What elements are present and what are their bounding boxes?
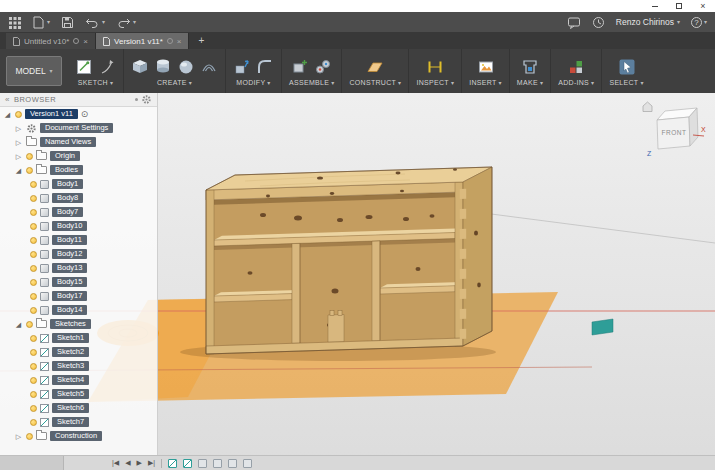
group-label[interactable]: ADD-INS bbox=[558, 79, 589, 86]
save-button[interactable] bbox=[61, 16, 74, 29]
node-origin[interactable]: ▷ Origin bbox=[0, 149, 157, 163]
timeline-go-start-button[interactable]: |◀ bbox=[112, 459, 119, 467]
workspace-selector[interactable]: MODEL ▾ bbox=[6, 56, 62, 86]
press-pull-icon[interactable] bbox=[233, 58, 251, 76]
print-3d-icon[interactable] bbox=[521, 58, 539, 76]
body-row[interactable]: Body15 bbox=[0, 275, 157, 289]
timeline-play-button[interactable]: ▶ bbox=[137, 459, 142, 467]
collapse-panel-icon[interactable]: « bbox=[5, 95, 10, 104]
sketch-label[interactable]: Sketch5 bbox=[52, 389, 89, 399]
expand-icon[interactable]: ◢ bbox=[14, 167, 23, 174]
group-label[interactable]: SELECT bbox=[609, 79, 638, 86]
close-button[interactable]: × bbox=[691, 0, 715, 12]
project-geometry-icon[interactable] bbox=[98, 58, 116, 76]
node-label[interactable]: Construction bbox=[50, 431, 102, 441]
node-label[interactable]: Origin bbox=[50, 151, 80, 161]
tab-close-icon[interactable]: × bbox=[83, 37, 88, 46]
visibility-bulb-icon[interactable] bbox=[30, 293, 37, 300]
timeline-go-end-button[interactable]: ▶| bbox=[148, 459, 155, 467]
sketch-row[interactable]: Sketch1 bbox=[0, 331, 157, 345]
visibility-bulb-icon[interactable] bbox=[30, 391, 37, 398]
node-named-views[interactable]: ▷ Named Views bbox=[0, 135, 157, 149]
group-label[interactable]: CONSTRUCT bbox=[349, 79, 396, 86]
sketch-label[interactable]: Sketch4 bbox=[52, 375, 89, 385]
visibility-bulb-icon[interactable] bbox=[30, 377, 37, 384]
tab-untitled[interactable]: Untitled v10* × bbox=[6, 33, 96, 49]
visibility-bulb-icon[interactable] bbox=[26, 433, 33, 440]
expand-icon[interactable]: ▷ bbox=[14, 125, 23, 132]
body-row[interactable]: Body17 bbox=[0, 289, 157, 303]
group-label[interactable]: CREATE bbox=[157, 79, 187, 86]
body-label[interactable]: Body1 bbox=[52, 179, 83, 189]
visibility-bulb-icon[interactable] bbox=[30, 265, 37, 272]
sketch-row[interactable]: Sketch7 bbox=[0, 415, 157, 429]
node-label[interactable]: Named Views bbox=[40, 137, 96, 147]
visibility-bulb-icon[interactable] bbox=[30, 349, 37, 356]
body-row[interactable]: Body10 bbox=[0, 219, 157, 233]
body-label[interactable]: Body11 bbox=[52, 235, 87, 245]
visibility-bulb-icon[interactable] bbox=[15, 111, 22, 118]
expand-icon[interactable]: ▷ bbox=[14, 433, 23, 440]
group-label[interactable]: SKETCH bbox=[78, 79, 108, 86]
visibility-bulb-icon[interactable] bbox=[30, 237, 37, 244]
visibility-bulb-icon[interactable] bbox=[30, 363, 37, 370]
home-icon[interactable] bbox=[643, 102, 652, 112]
create-sketch-icon[interactable] bbox=[75, 58, 93, 76]
body-row[interactable]: Body13 bbox=[0, 261, 157, 275]
node-label[interactable]: Bodies bbox=[50, 165, 83, 175]
body-row[interactable]: Body7 bbox=[0, 205, 157, 219]
body-label[interactable]: Body10 bbox=[52, 221, 87, 231]
node-sketches[interactable]: ◢ Sketches bbox=[0, 317, 157, 331]
sketch-label[interactable]: Sketch7 bbox=[52, 417, 89, 427]
viewcube[interactable]: FRONT X Z bbox=[637, 95, 711, 159]
construction-plane-icon[interactable] bbox=[366, 58, 384, 76]
sketch-label[interactable]: Sketch6 bbox=[52, 403, 89, 413]
file-menu-button[interactable]: ▾ bbox=[32, 16, 50, 29]
fillet-icon[interactable] bbox=[256, 58, 274, 76]
timeline-body-feature-icon[interactable] bbox=[228, 459, 237, 468]
body-row[interactable]: Body14 bbox=[0, 303, 157, 317]
coil-icon[interactable] bbox=[200, 58, 218, 76]
box-icon[interactable] bbox=[131, 58, 149, 76]
insert-canvas-icon[interactable] bbox=[477, 58, 495, 76]
body-label[interactable]: Body7 bbox=[52, 207, 83, 217]
timeline-sketch-feature-icon[interactable] bbox=[168, 459, 177, 468]
expand-icon[interactable]: ▷ bbox=[14, 153, 23, 160]
body-row[interactable]: Body11 bbox=[0, 233, 157, 247]
cabinet-model[interactable] bbox=[206, 167, 492, 354]
expand-icon[interactable]: ◢ bbox=[3, 111, 12, 118]
body-label[interactable]: Body14 bbox=[52, 305, 87, 315]
sketch-row[interactable]: Sketch5 bbox=[0, 387, 157, 401]
measure-icon[interactable] bbox=[426, 58, 444, 76]
group-label[interactable]: ASSEMBLE bbox=[289, 79, 329, 86]
node-bodies[interactable]: ◢ Bodies bbox=[0, 163, 157, 177]
expand-icon[interactable]: ▷ bbox=[14, 139, 23, 146]
sketch-row[interactable]: Sketch4 bbox=[0, 373, 157, 387]
ground-icon[interactable]: ⊙ bbox=[81, 110, 89, 119]
body-label[interactable]: Body12 bbox=[52, 249, 87, 259]
sketch-row[interactable]: Sketch2 bbox=[0, 345, 157, 359]
data-panel-toggle[interactable] bbox=[8, 16, 21, 29]
minimize-button[interactable] bbox=[643, 0, 667, 12]
body-label[interactable]: Body15 bbox=[52, 277, 87, 287]
timeline-step-back-button[interactable]: ◀ bbox=[125, 459, 130, 467]
notifications-button[interactable] bbox=[567, 16, 581, 29]
body-row[interactable]: Body8 bbox=[0, 191, 157, 205]
visibility-bulb-icon[interactable] bbox=[30, 223, 37, 230]
user-menu[interactable]: Renzo Chirinos ▾ bbox=[616, 17, 680, 27]
undo-button[interactable]: ▾ bbox=[85, 16, 105, 29]
visibility-bulb-icon[interactable] bbox=[30, 405, 37, 412]
body-label[interactable]: Body13 bbox=[52, 263, 87, 273]
visibility-bulb-icon[interactable] bbox=[26, 153, 33, 160]
visibility-bulb-icon[interactable] bbox=[26, 321, 33, 328]
sketch-label[interactable]: Sketch3 bbox=[52, 361, 89, 371]
group-label[interactable]: MODIFY bbox=[236, 79, 265, 86]
group-label[interactable]: MAKE bbox=[517, 79, 538, 86]
expand-icon[interactable]: ◢ bbox=[14, 321, 23, 328]
help-menu[interactable]: ? ▾ bbox=[691, 17, 707, 28]
timeline-body-feature-icon[interactable] bbox=[213, 459, 222, 468]
visibility-bulb-icon[interactable] bbox=[30, 335, 37, 342]
visibility-bulb-icon[interactable] bbox=[30, 181, 37, 188]
browser-settings-button[interactable] bbox=[135, 94, 152, 105]
body-row[interactable]: Body12 bbox=[0, 247, 157, 261]
